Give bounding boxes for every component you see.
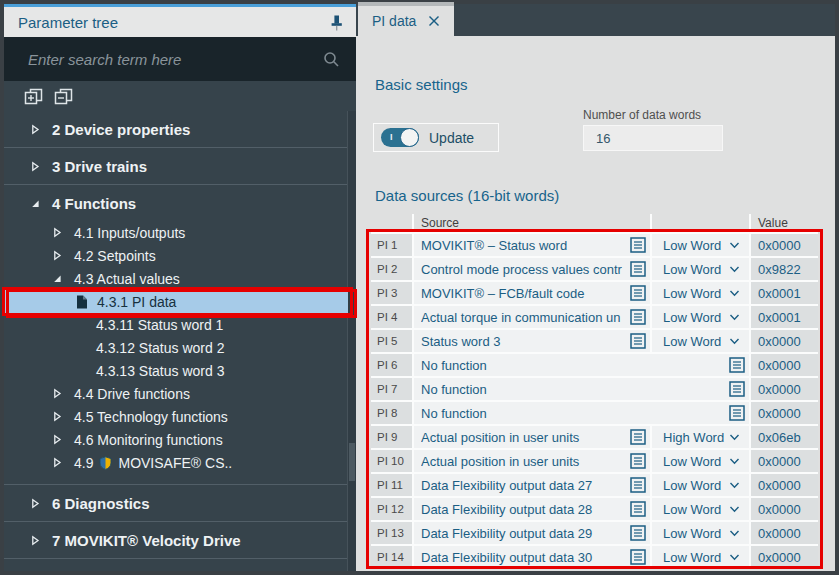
source-picker-icon[interactable] xyxy=(630,525,646,541)
tree-item-label: 6 Diagnostics xyxy=(52,495,150,512)
pi-label-pi-14: PI 14 xyxy=(371,546,412,568)
chevron-collapsed-icon[interactable] xyxy=(30,124,44,135)
tree-item-2-device-properties[interactable]: 2 Device properties xyxy=(4,111,348,147)
chevron-expanded-icon[interactable] xyxy=(30,198,44,209)
source-cell-pi-9[interactable]: Actual position in user units xyxy=(414,426,650,448)
tree-toolbar xyxy=(4,81,356,111)
source-cell-pi-14[interactable]: Data Flexibility output data 30 xyxy=(414,546,650,568)
word-select-pi-10[interactable]: Low Word xyxy=(652,450,749,472)
tree-item-4-6-monitoring-functions[interactable]: 4.6 Monitoring functions xyxy=(4,428,348,451)
source-text: Data Flexibility output data 29 xyxy=(421,526,627,541)
chevron-collapsed-icon[interactable] xyxy=(52,457,66,468)
tree-item-4-3-12-status-word-2[interactable]: 4.3.12 Status word 2 xyxy=(4,336,348,359)
col-header-value: Value xyxy=(751,214,818,232)
word-select-pi-13[interactable]: Low Word xyxy=(652,522,749,544)
sidebar-scrollbar[interactable] xyxy=(347,111,356,571)
chevron-collapsed-icon[interactable] xyxy=(52,388,66,399)
word-select-pi-11[interactable]: Low Word xyxy=(652,474,749,496)
tree-item-7-movikit-velocity-drive[interactable]: 7 MOVIKIT® Velocity Drive xyxy=(4,522,348,558)
data-words-input[interactable] xyxy=(583,125,723,151)
source-picker-icon[interactable] xyxy=(630,549,646,565)
search-input[interactable] xyxy=(4,50,323,69)
col-header-empty xyxy=(371,214,412,232)
tree-item-4-1-inputs-outputs[interactable]: 4.1 Inputs/outputs xyxy=(4,221,348,244)
pin-icon[interactable] xyxy=(329,13,344,32)
chevron-collapsed-icon[interactable] xyxy=(30,498,44,509)
tree-item-4-5-technology-functions[interactable]: 4.5 Technology functions xyxy=(4,405,348,428)
source-picker-icon[interactable] xyxy=(630,453,646,469)
source-picker-icon[interactable] xyxy=(630,261,646,277)
toggle-knob xyxy=(400,128,419,147)
source-text: Actual position in user units xyxy=(421,430,627,445)
source-cell-pi-2[interactable]: Control mode process values contr xyxy=(414,258,650,280)
tree-item-4-3-13-status-word-3[interactable]: 4.3.13 Status word 3 xyxy=(4,359,348,382)
word-select-pi-4[interactable]: Low Word xyxy=(652,306,749,328)
source-cell-pi-1[interactable]: MOVIKIT® – Status word xyxy=(414,234,650,256)
value-cell-pi-11: 0x0000 xyxy=(751,474,818,496)
source-picker-icon[interactable] xyxy=(630,333,646,349)
chevron-collapsed-icon[interactable] xyxy=(52,227,66,238)
source-cell-pi-8[interactable]: No function xyxy=(414,402,749,424)
tree-item-label: 4.9MOVISAFE® CS.. xyxy=(74,455,232,471)
source-picker-icon[interactable] xyxy=(630,477,646,493)
pi-data-page: Basic settings I Update Number of data w… xyxy=(356,36,835,571)
chevron-collapsed-icon[interactable] xyxy=(52,411,66,422)
tree-item-label: 2 Device properties xyxy=(52,121,190,138)
update-toggle[interactable]: I Update xyxy=(373,123,499,152)
chevron-down-icon xyxy=(729,266,740,273)
collapse-all-icon[interactable] xyxy=(54,88,73,105)
source-cell-pi-7[interactable]: No function xyxy=(414,378,749,400)
value-cell-pi-4: 0x0001 xyxy=(751,306,818,328)
word-select-pi-3[interactable]: Low Word xyxy=(652,282,749,304)
value-cell-pi-6: 0x0000 xyxy=(751,354,818,376)
chevron-expanded-icon[interactable] xyxy=(52,273,66,284)
source-text: Status word 3 xyxy=(421,334,627,349)
word-select-pi-5[interactable]: Low Word xyxy=(652,330,749,352)
source-picker-icon[interactable] xyxy=(729,381,745,397)
word-select-pi-2[interactable]: Low Word xyxy=(652,258,749,280)
tab-pi-data[interactable]: PI data xyxy=(358,2,454,36)
word-select-pi-14[interactable]: Low Word xyxy=(652,546,749,568)
source-cell-pi-5[interactable]: Status word 3 xyxy=(414,330,650,352)
source-cell-pi-11[interactable]: Data Flexibility output data 27 xyxy=(414,474,650,496)
panel-header: Parameter tree xyxy=(4,7,356,37)
source-picker-icon[interactable] xyxy=(630,285,646,301)
pi-label-pi-12: PI 12 xyxy=(371,498,412,520)
close-icon[interactable] xyxy=(428,15,440,27)
chevron-collapsed-icon[interactable] xyxy=(30,161,44,172)
chevron-collapsed-icon[interactable] xyxy=(30,535,44,546)
source-picker-icon[interactable] xyxy=(630,309,646,325)
tree-item-4-3-11-status-word-1[interactable]: 4.3.11 Status word 1 xyxy=(4,313,348,336)
source-cell-pi-12[interactable]: Data Flexibility output data 28 xyxy=(414,498,650,520)
source-cell-pi-13[interactable]: Data Flexibility output data 29 xyxy=(414,522,650,544)
source-picker-icon[interactable] xyxy=(729,357,745,373)
source-picker-icon[interactable] xyxy=(630,501,646,517)
tree-item-4-4-drive-functions[interactable]: 4.4 Drive functions xyxy=(4,382,348,405)
scrollbar-thumb[interactable] xyxy=(349,443,355,481)
tree-item-4-9-movisafe-cs[interactable]: 4.9MOVISAFE® CS.. xyxy=(4,451,348,474)
tree-item-4-3-actual-values[interactable]: 4.3 Actual values xyxy=(4,267,348,290)
source-picker-icon[interactable] xyxy=(630,237,646,253)
word-select-pi-12[interactable]: Low Word xyxy=(652,498,749,520)
chevron-collapsed-icon[interactable] xyxy=(52,250,66,261)
word-select-pi-1[interactable]: Low Word xyxy=(652,234,749,256)
word-select-value: Low Word xyxy=(663,262,721,277)
tree-item-4-3-1-pi-data[interactable]: 4.3.1 PI data xyxy=(4,290,348,313)
tree-item-4-2-setpoints[interactable]: 4.2 Setpoints xyxy=(4,244,348,267)
source-text: Data Flexibility output data 30 xyxy=(421,550,627,565)
tree-item-3-drive-trains[interactable]: 3 Drive trains xyxy=(4,148,348,184)
pi-label-pi-6: PI 6 xyxy=(371,354,412,376)
source-picker-icon[interactable] xyxy=(630,429,646,445)
toggle-switch-on[interactable]: I xyxy=(381,128,419,147)
tree-item-4-functions[interactable]: 4 Functions xyxy=(4,185,348,221)
source-cell-pi-10[interactable]: Actual position in user units xyxy=(414,450,650,472)
toggle-on-mark: I xyxy=(390,132,393,142)
expand-all-icon[interactable] xyxy=(24,88,43,105)
source-picker-icon[interactable] xyxy=(729,405,745,421)
word-select-pi-9[interactable]: High Word xyxy=(652,426,749,448)
tree-item-6-diagnostics[interactable]: 6 Diagnostics xyxy=(4,485,348,521)
source-cell-pi-6[interactable]: No function xyxy=(414,354,749,376)
source-cell-pi-3[interactable]: MOVIKIT® – FCB/fault code xyxy=(414,282,650,304)
source-cell-pi-4[interactable]: Actual torque in communication un xyxy=(414,306,650,328)
chevron-collapsed-icon[interactable] xyxy=(52,434,66,445)
